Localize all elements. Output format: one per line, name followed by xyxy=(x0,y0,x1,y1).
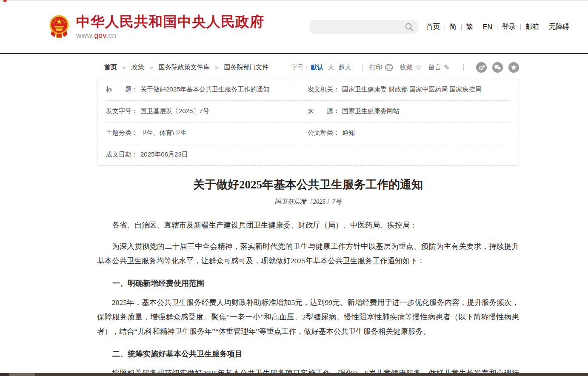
font-size-xlarge-button[interactable]: 超大 xyxy=(339,63,351,71)
site-title: 中华人民共和国中央人民政府 xyxy=(76,14,264,29)
meta-source-cell: 来 源： 国家卫生健康委网站 xyxy=(308,107,510,115)
comment-button[interactable]: 留言 ✎ xyxy=(428,63,450,72)
nav-divider xyxy=(478,24,478,30)
chevron-right-icon: > xyxy=(215,64,219,71)
star-badge-icon xyxy=(511,64,517,71)
header-divider-line xyxy=(0,53,588,54)
nav-divider xyxy=(497,24,497,30)
article: 关于做好2025年基本公共卫生服务工作的通知 国卫基层发〔2025〕7号 各省、… xyxy=(97,177,519,376)
breadcrumb-policy[interactable]: 政策 xyxy=(131,63,144,71)
meta-category-label: 主题分类： xyxy=(106,129,138,137)
meta-title-cell: 标 题： 关于做好2025年基本公共卫生服务工作的通知 xyxy=(106,85,308,94)
main-content: 首页 > 政策 > 国务院政策文件库 > 国务院部门文件 字号： 默认 大 超大… xyxy=(97,61,519,376)
meta-title-value: 关于做好2025年基本公共卫生服务工作的通知 xyxy=(140,85,269,94)
url-gov: gov xyxy=(94,31,106,40)
breadcrumb-dept-documents[interactable]: 国务院部门文件 xyxy=(224,63,268,71)
meta-row-number-source: 发文字号： 国卫基层发〔2025〕7号 来 源： 国家卫生健康委网站 xyxy=(106,101,510,122)
meta-agency-label: 发文机关： xyxy=(308,85,340,94)
chevron-right-icon: > xyxy=(123,64,126,71)
meta-date-label: 成文日期： xyxy=(106,151,138,159)
site-logo[interactable]: 中华人民共和国中央人民政府 www.gov.cn xyxy=(48,14,264,40)
article-heading-2: 二、统筹实施好基本公共卫生服务项目 xyxy=(97,349,519,359)
nav-login[interactable]: 登录 xyxy=(502,23,516,31)
meta-empty-cell xyxy=(308,151,510,159)
toolbar-divider xyxy=(463,64,464,71)
print-label: 打印 xyxy=(370,63,382,71)
nav-divider xyxy=(445,24,445,30)
article-salutation: 各省、自治区、直辖市及新疆生产建设兵团卫生健康委、财政厅（局）、中医药局、疾控局… xyxy=(97,218,519,232)
toolbar-divider xyxy=(363,64,363,71)
meta-source-value: 国家卫生健康委网站 xyxy=(342,107,400,115)
meta-category-value: 卫生、体育\卫生 xyxy=(140,129,187,137)
meta-row-title-agency: 标 题： 关于做好2025年基本公共卫生服务工作的通知 发文机关： 国家卫生健康… xyxy=(106,79,510,101)
nav-divider xyxy=(520,24,521,30)
font-size-label: 字号： xyxy=(291,63,310,71)
meta-date-value: 2025年06月23日 xyxy=(140,151,188,159)
bottom-bar-segment-dark xyxy=(0,373,9,376)
meta-row-date: 成文日期： 2025年06月23日 xyxy=(106,144,510,165)
meta-date-cell: 成文日期： 2025年06月23日 xyxy=(106,151,308,159)
meta-row-category-type: 主题分类： 卫生、体育\卫生 公文种类： 通知 xyxy=(106,122,510,144)
nav-divider xyxy=(461,24,462,30)
nav-accessibility[interactable]: 无障碍 xyxy=(549,23,569,31)
meta-doctype-value: 通知 xyxy=(342,129,355,137)
search-input[interactable] xyxy=(309,20,396,34)
printer-icon xyxy=(385,64,393,71)
breadcrumb-home[interactable]: 首页 xyxy=(104,63,117,71)
collect-label: 收藏 xyxy=(400,63,413,71)
meta-number-label: 发文字号： xyxy=(106,107,138,115)
star-outline-icon: ☆ xyxy=(415,63,422,72)
breadcrumb-toolbar-row: 首页 > 政策 > 国务院政策文件库 > 国务院部门文件 字号： 默认 大 超大… xyxy=(97,61,519,73)
meta-number-cell: 发文字号： 国卫基层发〔2025〕7号 xyxy=(106,107,308,115)
font-size-default-button[interactable]: 默认 xyxy=(311,63,324,71)
breadcrumb: 首页 > 政策 > 国务院政策文件库 > 国务院部门文件 xyxy=(97,63,268,71)
url-www: www. xyxy=(76,31,94,40)
pencil-icon: ✎ xyxy=(444,63,450,72)
font-size-large-button[interactable]: 大 xyxy=(328,63,334,71)
nav-mail[interactable]: 邮箱 xyxy=(525,23,539,31)
article-doc-number: 国卫基层发〔2025〕7号 xyxy=(97,198,519,206)
search-box xyxy=(309,20,419,34)
article-heading-1: 一、明确新增经费使用范围 xyxy=(97,278,519,288)
print-button[interactable]: 打印 xyxy=(370,63,393,71)
article-title: 关于做好2025年基本公共卫生服务工作的通知 xyxy=(97,177,519,192)
site-header: 中华人民共和国中央人民政府 www.gov.cn 首页 简 繁 EN 登录 邮箱… xyxy=(0,1,588,53)
url-cn: .cn xyxy=(106,31,116,40)
site-url: www.gov.cn xyxy=(76,31,264,40)
article-paragraph-section-1: 2025年，基本公共卫生服务经费人均财政补助标准增加5元，达到99元。新增经费用… xyxy=(97,295,519,339)
meta-source-label: 来 源： xyxy=(308,107,340,115)
meta-agency-value: 国家卫生健康委 财政部 国家中医药局 国家疾控局 xyxy=(342,85,482,94)
recording-dot xyxy=(3,0,7,2)
nav-english[interactable]: EN xyxy=(483,23,492,31)
breadcrumb-policy-library[interactable]: 国务院政策文件库 xyxy=(159,63,210,71)
share-wechat-button[interactable] xyxy=(492,62,503,73)
bottom-edge-bar xyxy=(0,373,588,376)
nav-divider xyxy=(544,24,544,30)
document-metadata-box: 标 题： 关于做好2025年基本公共卫生服务工作的通知 发文机关： 国家卫生健康… xyxy=(97,79,519,166)
nav-traditional[interactable]: 繁 xyxy=(466,23,473,31)
meta-doctype-label: 公文种类： xyxy=(308,129,340,137)
meta-doctype-cell: 公文种类： 通知 xyxy=(308,129,510,137)
comment-label: 留言 xyxy=(428,63,441,71)
top-nav: 首页 简 繁 EN 登录 邮箱 无障碍 xyxy=(426,23,569,31)
share-favorite-button[interactable] xyxy=(508,62,519,73)
wechat-icon xyxy=(494,64,501,71)
collect-button[interactable]: 收藏 ☆ xyxy=(400,63,422,72)
share-weibo-button[interactable] xyxy=(476,62,487,73)
nav-simplified[interactable]: 简 xyxy=(450,23,457,31)
bottom-bar-segment-light xyxy=(9,373,35,376)
search-icon[interactable] xyxy=(405,23,414,31)
meta-agency-cell: 发文机关： 国家卫生健康委 财政部 国家中医药局 国家疾控局 xyxy=(308,85,510,94)
weibo-icon xyxy=(478,64,485,71)
national-emblem-icon xyxy=(48,14,70,39)
window-top-strip xyxy=(0,0,588,1)
meta-number-value: 国卫基层发〔2025〕7号 xyxy=(140,107,209,115)
meta-title-label: 标 题： xyxy=(106,85,138,94)
article-paragraph-intro: 为深入贯彻党的二十届三中全会精神，落实新时代党的卫生与健康工作方针中以基层为重点… xyxy=(97,239,519,268)
chevron-right-icon: > xyxy=(150,64,153,71)
nav-home[interactable]: 首页 xyxy=(426,23,440,31)
document-toolbar: 字号： 默认 大 超大 打印 收藏 ☆ 留言 ✎ xyxy=(291,62,519,73)
meta-category-cell: 主题分类： 卫生、体育\卫生 xyxy=(106,129,308,137)
